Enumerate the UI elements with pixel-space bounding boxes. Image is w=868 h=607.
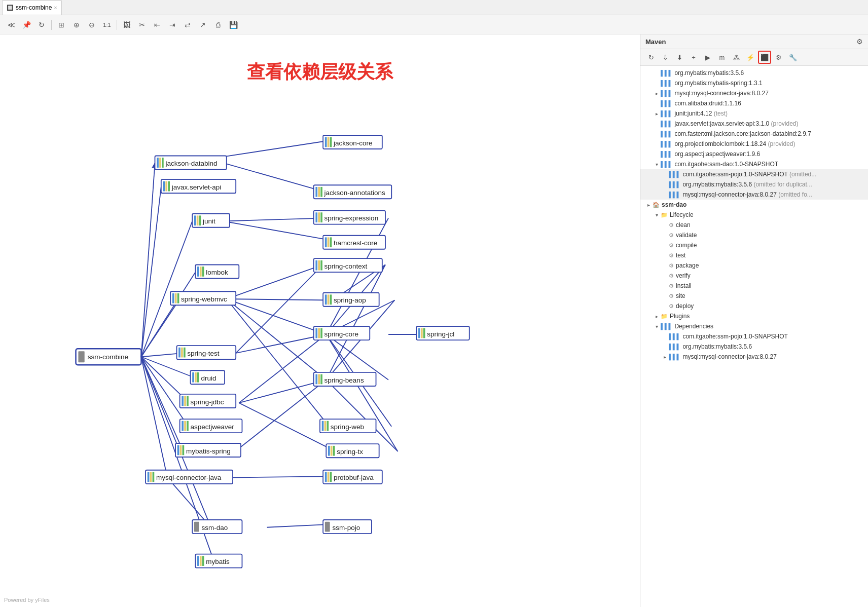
maven-lightning-button[interactable]: ⚡ <box>744 51 757 64</box>
maven-m-button[interactable]: m <box>715 51 729 64</box>
node-hamcrest-core[interactable]: hamcrest-core <box>323 236 385 249</box>
maven-panel: Maven ⚙ ↻ ⇩ ⬇ + ▶ m ⁂ ⚡ ⬛ ⚙ 🔧 ▌▌▌ <box>640 34 868 607</box>
node-aspectjweaver[interactable]: aspectjweaver <box>180 419 242 433</box>
tree-label: mysql:mysql-connector-java:8.0.27 <box>674 90 768 97</box>
tree-item-mybatis-dep[interactable]: ▌▌▌ org.mybatis:mybatis:3.5.6 <box>640 342 868 352</box>
image-button[interactable]: 🖼 <box>120 18 134 32</box>
maven-expand-button[interactable]: ⬛ <box>758 51 771 64</box>
node-ssm-dao[interactable]: ssm-dao <box>192 520 242 534</box>
tree-item-aspectjweaver196[interactable]: ▌▌▌ org.aspectj:aspectjweaver:1.9.6 <box>640 149 868 159</box>
svg-rect-109 <box>320 374 322 385</box>
tree-item-ssm-pojo-dep[interactable]: ▌▌▌ com.itgaohe:ssm-pojo:1.0-SNAPSHOT <box>640 331 868 342</box>
tree-item-mysql-connector[interactable]: ▌▌▌ mysql:mysql-connector-java:8.0.27 <box>640 88 868 98</box>
tree-arrow[interactable] <box>661 353 669 361</box>
node-spring-test[interactable]: spring-test <box>177 346 236 359</box>
flip-button[interactable]: ⇄ <box>180 18 195 32</box>
tree-arrow[interactable] <box>653 160 661 168</box>
tree-item-druid116[interactable]: ▌▌▌ com.alibaba:druid:1.1.16 <box>640 98 868 108</box>
tree-item-javax-servlet[interactable]: ▌▌▌ javax.servlet:javax.servlet-api:3.1.… <box>640 119 868 129</box>
export-button[interactable]: ↗ <box>196 18 210 32</box>
collapse-all-button[interactable]: ≪ <box>4 18 18 32</box>
node-spring-tx[interactable]: spring-tx <box>326 444 379 458</box>
tab-ssm-combine[interactable]: 🔲 ssm-combine × <box>2 1 62 15</box>
node-spring-jdbc[interactable]: spring-jdbc <box>180 394 236 408</box>
maven-add-button[interactable]: + <box>687 51 700 64</box>
node-spring-core[interactable]: spring-core <box>314 326 370 340</box>
zoom-in-button[interactable]: ⊕ <box>69 18 84 32</box>
node-spring-expression[interactable]: spring-expression <box>314 211 385 224</box>
svg-rect-77 <box>315 212 317 222</box>
node-lombok[interactable]: lombok <box>195 264 239 278</box>
pin-button[interactable]: 📌 <box>19 18 33 32</box>
tree-item-ssm-dao-module[interactable]: 🏠 ssm-dao <box>640 200 868 210</box>
tree-item-mybatis356-omit[interactable]: ▌▌▌ org.mybatis:mybatis:3.5.6 (omitted f… <box>640 179 868 189</box>
tree-item-lifecycle[interactable]: 📁 Lifecycle <box>640 210 868 220</box>
lifecycle-compile[interactable]: ⚙ compile <box>640 240 868 250</box>
tree-item-deps-folder[interactable]: ▌▌▌ Dependencies <box>640 321 868 331</box>
tree-item-jackson-databind297[interactable]: ▌▌▌ com.fasterxml.jackson.core:jackson-d… <box>640 129 868 139</box>
cut-button[interactable]: ✂ <box>135 18 149 32</box>
node-mysql-connector-java[interactable]: mysql-connector-java <box>146 470 233 484</box>
node-spring-context[interactable]: spring-context <box>314 258 382 272</box>
node-ssm-pojo[interactable]: ssm-pojo <box>323 520 372 534</box>
node-mybatis[interactable]: mybatis <box>195 554 242 568</box>
lifecycle-validate[interactable]: ⚙ validate <box>640 230 868 240</box>
maven-run-button[interactable]: ▶ <box>701 51 714 64</box>
align-left-button[interactable]: ⇤ <box>150 18 164 32</box>
tree-item-ssm-dao-snap[interactable]: ▌▌▌ com.itgaohe:ssm-dao:1.0-SNAPSHOT <box>640 159 868 169</box>
tab-close-button[interactable]: × <box>54 5 57 11</box>
lifecycle-package[interactable]: ⚙ package <box>640 260 868 271</box>
node-spring-webmvc[interactable]: spring-webmvc <box>170 291 236 305</box>
tree-arrow[interactable] <box>653 312 661 320</box>
maven-refresh-button[interactable]: ↻ <box>644 51 658 64</box>
fit-page-button[interactable]: ⊞ <box>54 18 68 32</box>
refresh-button[interactable]: ↻ <box>34 18 49 32</box>
zoom-out-button[interactable]: ⊖ <box>85 18 99 32</box>
tree-arrow[interactable] <box>653 322 661 330</box>
maven-wrench-button[interactable]: 🔧 <box>786 51 800 64</box>
align-right-button[interactable]: ⇥ <box>165 18 179 32</box>
lifecycle-site[interactable]: ⚙ site <box>640 291 868 301</box>
tree-item-junit412[interactable]: ▌▌▌ junit:junit:4.12 (test) <box>640 108 868 119</box>
tree-arrow[interactable] <box>644 201 653 209</box>
tree-item-ssm-pojo-omit[interactable]: ▌▌▌ com.itgaohe:ssm-pojo:1.0-SNAPSHOT (o… <box>640 169 868 179</box>
lifecycle-install[interactable]: ⚙ install <box>640 281 868 291</box>
maven-tree[interactable]: ▌▌▌ org.mybatis:mybatis:3.5.6 ▌▌▌ org.my… <box>640 66 868 607</box>
lifecycle-test[interactable]: ⚙ test <box>640 250 868 260</box>
tree-item-mysql-dep[interactable]: ▌▌▌ mysql:mysql-connector-java:8.0.27 <box>640 352 868 362</box>
node-mybatis-spring[interactable]: mybatis-spring <box>175 443 241 457</box>
tree-item-mysql-omit[interactable]: ▌▌▌ mysql:mysql-connector-java:8.0.27 (o… <box>640 189 868 200</box>
node-jackson-core[interactable]: jackson-core <box>323 135 382 149</box>
tree-item-lombok1824[interactable]: ▌▌▌ org.projectlombok:lombok:1.18.24 (pr… <box>640 139 868 149</box>
maven-reimport-button[interactable]: ⇩ <box>659 51 672 64</box>
maven-settings2-button[interactable]: ⚙ <box>772 51 785 64</box>
maven-download-button[interactable]: ⬇ <box>673 51 686 64</box>
save-button[interactable]: 💾 <box>226 18 240 32</box>
tree-arrow[interactable] <box>653 89 661 97</box>
node-jackson-annotations[interactable]: jackson-annotations <box>314 185 392 199</box>
maven-toggle-button[interactable]: ⁂ <box>730 51 743 64</box>
tree-item-mybatis356[interactable]: ▌▌▌ org.mybatis:mybatis:3.5.6 <box>640 68 868 78</box>
node-spring-beans[interactable]: spring-beans <box>314 372 376 386</box>
lifecycle-clean[interactable]: ⚙ clean <box>640 220 868 230</box>
lifecycle-deploy[interactable]: ⚙ deploy <box>640 301 868 311</box>
node-spring-jcl[interactable]: spring-jcl <box>416 326 469 340</box>
tree-item-mybatis-spring131[interactable]: ▌▌▌ org.mybatis:mybatis-spring:1.3.1 <box>640 78 868 88</box>
print-button[interactable]: ⎙ <box>211 18 225 32</box>
lifecycle-verify[interactable]: ⚙ verify <box>640 271 868 281</box>
node-spring-web[interactable]: spring-web <box>320 419 376 433</box>
tree-label: install <box>676 282 692 289</box>
node-protobuf-java[interactable]: protobuf-java <box>323 470 382 484</box>
tree-arrow[interactable] <box>653 211 661 219</box>
node-ssm-combine[interactable]: ssm-combine <box>76 349 141 365</box>
node-druid[interactable]: druid <box>191 370 225 384</box>
node-spring-aop[interactable]: spring-aop <box>323 293 379 307</box>
diagram-panel[interactable]: 查看依赖层级关系 ssm-combine <box>0 34 640 607</box>
maven-settings-icon[interactable]: ⚙ <box>856 37 863 46</box>
node-javax-servlet-api[interactable]: javax.servlet-api <box>161 179 236 193</box>
tree-item-plugins[interactable]: 📁 Plugins <box>640 311 868 321</box>
tree-arrow[interactable] <box>653 109 661 118</box>
reset-zoom-button[interactable]: 1:1 <box>100 18 114 32</box>
node-jackson-databind[interactable]: jackson-databind <box>155 156 227 170</box>
node-junit[interactable]: junit <box>192 214 230 227</box>
